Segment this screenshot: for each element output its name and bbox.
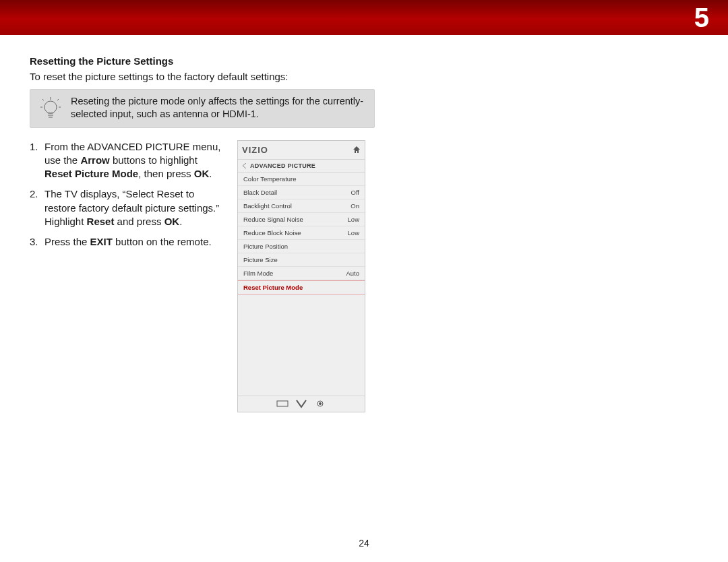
wide-icon: [276, 399, 289, 408]
v-icon: [295, 399, 308, 408]
osd-title-row: ADVANCED PICTURE: [238, 160, 365, 173]
osd-row-reduce-signal-noise: Reduce Signal NoiseLow: [238, 213, 365, 226]
osd-header: VIZIO: [238, 141, 365, 160]
svg-point-8: [320, 403, 322, 405]
tv-osd-menu: VIZIO ADVANCED PICTURE Color Temperature…: [237, 140, 365, 412]
svg-line-5: [57, 99, 59, 100]
osd-row-color-temperature: Color Temperature: [238, 173, 365, 186]
steps-list: 1. From the ADVANCED PICTURE menu, use t…: [30, 140, 224, 256]
gear-icon: [313, 399, 327, 408]
osd-row-backlight-control: Backlight ControlOn: [238, 199, 365, 213]
section-heading: Resetting the Picture Settings: [30, 55, 394, 67]
tip-box: Reseting the picture mode only affects t…: [30, 89, 375, 128]
osd-bottom-bar: [238, 396, 365, 412]
osd-brand: VIZIO: [242, 145, 268, 155]
home-icon: [353, 146, 361, 154]
svg-line-4: [42, 99, 44, 100]
chapter-banner: 5: [0, 0, 728, 35]
osd-row-reduce-block-noise: Reduce Block NoiseLow: [238, 226, 365, 240]
section-intro: To reset the picture settings to the fac…: [30, 71, 394, 82]
chapter-number: 5: [694, 0, 709, 35]
step-2: 2. The TV displays, “Select Reset to res…: [30, 187, 224, 228]
osd-row-reset-picture-mode: Reset Picture Mode: [238, 280, 365, 294]
osd-empty-area: [238, 294, 365, 396]
page-number: 24: [0, 538, 728, 549]
step-3: 3. Press the EXIT button on the remote.: [30, 235, 224, 249]
svg-point-0: [44, 101, 57, 113]
back-icon: [242, 163, 247, 168]
osd-row-black-detail: Black DetailOff: [238, 186, 365, 199]
osd-row-film-mode: Film ModeAuto: [238, 267, 365, 280]
lightbulb-icon: [40, 96, 61, 123]
osd-row-picture-position: Picture Position: [238, 240, 365, 253]
tip-text: Reseting the picture mode only affects t…: [71, 96, 363, 119]
osd-row-picture-size: Picture Size: [238, 253, 365, 267]
step-1: 1. From the ADVANCED PICTURE menu, use t…: [30, 140, 224, 181]
svg-rect-6: [277, 401, 288, 406]
osd-title: ADVANCED PICTURE: [250, 162, 315, 169]
